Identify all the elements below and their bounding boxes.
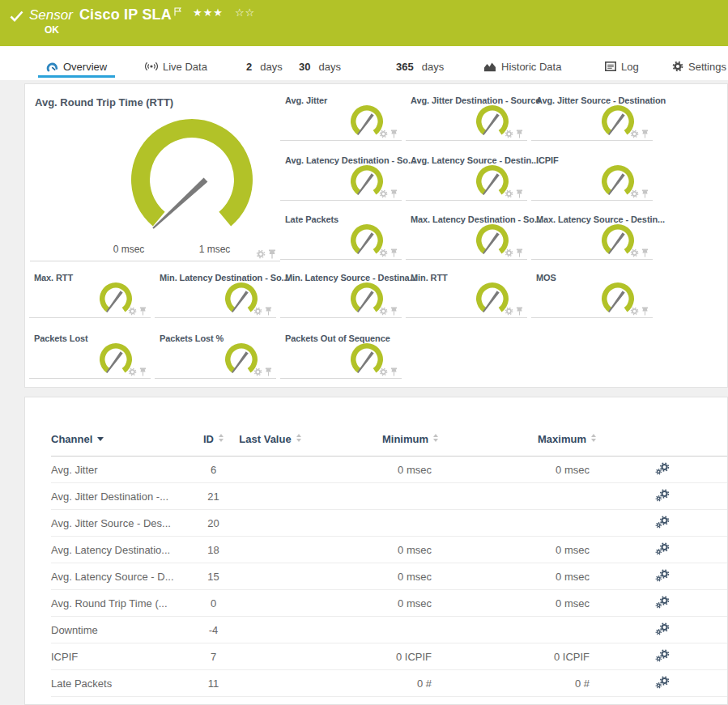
pin-icon[interactable] [265, 367, 272, 376]
gear-icon[interactable] [504, 130, 513, 138]
rating-stars-filled[interactable]: ★★★ [193, 6, 224, 19]
gear-icon[interactable] [630, 189, 639, 198]
gear-icon[interactable] [379, 307, 388, 316]
gauge-cell: Max. RTT [29, 269, 151, 318]
gear-icon[interactable] [256, 249, 266, 259]
gauge-cell: Avg. Latency Source - Destin... [406, 151, 527, 201]
channel-name: ICPIF [51, 643, 191, 670]
channel-last-value [236, 670, 304, 697]
edit-channel-gears-icon[interactable] [655, 462, 670, 475]
rating-stars-empty[interactable]: ☆☆ [235, 6, 255, 19]
pin-icon[interactable] [641, 307, 649, 316]
pin-icon[interactable] [641, 189, 649, 198]
area-chart-icon [483, 62, 496, 72]
gear-icon[interactable] [504, 189, 513, 198]
gear-icon[interactable] [630, 130, 639, 138]
column-header-id[interactable]: ID [191, 397, 236, 457]
gauge-cell: Late Packets [280, 210, 402, 260]
gear-icon[interactable] [630, 248, 639, 257]
channel-min [304, 483, 438, 510]
column-header-last-value[interactable]: Last Value [236, 397, 304, 457]
tab-live-data[interactable]: Live Data [143, 55, 209, 78]
tab-historic-data[interactable]: Historic Data [482, 55, 563, 78]
channel-min: 0 msec [304, 537, 438, 563]
log-icon [605, 62, 616, 71]
edit-channel-gears-icon[interactable] [655, 542, 670, 555]
sensor-header: Sensor Cisco IP SLA ★★★ ☆☆ OK [0, 0, 728, 46]
channel-min: 0 # [304, 670, 438, 697]
gear-icon[interactable] [128, 307, 137, 316]
pin-icon[interactable] [390, 130, 398, 138]
pin-icon[interactable] [390, 248, 398, 257]
sort-icon [433, 434, 438, 442]
gauge-min-label: 0 msec [113, 244, 145, 255]
gear-icon[interactable] [630, 307, 639, 316]
gear-icon[interactable] [253, 307, 262, 316]
tab-label: Settings [688, 61, 726, 73]
pin-icon[interactable] [390, 307, 398, 316]
pin-icon[interactable] [268, 249, 276, 259]
pin-icon[interactable] [641, 248, 649, 257]
pin-icon[interactable] [390, 367, 398, 376]
gear-icon[interactable] [504, 307, 513, 316]
tab-label: 365 [396, 61, 414, 73]
gauge-title: MOS [536, 273, 556, 282]
channel-last-value [236, 590, 304, 617]
tab-2-days[interactable]: 2 days [245, 55, 284, 78]
table-row: Avg. Jitter60 msec0 msec [51, 457, 728, 483]
channel-min [304, 510, 438, 537]
gear-icon[interactable] [128, 367, 137, 376]
gear-icon[interactable] [379, 248, 388, 257]
channel-id: 15 [191, 563, 236, 590]
channel-id: 20 [191, 510, 236, 537]
gauge-icon [46, 62, 58, 72]
channel-min: 0 msec [304, 590, 438, 617]
tab-30-days[interactable]: 30 days [297, 55, 343, 78]
tab-log[interactable]: Log [603, 55, 641, 78]
channel-last-value [236, 643, 304, 670]
broadcast-icon [145, 62, 158, 71]
priority-flag-icon[interactable] [174, 7, 181, 16]
channel-max: 0 msec [438, 537, 596, 563]
column-header-maximum[interactable]: Maximum [438, 397, 596, 457]
tab-overview[interactable]: Overview [45, 55, 109, 78]
pin-icon[interactable] [516, 189, 523, 198]
gear-icon[interactable] [379, 367, 388, 376]
channel-max [438, 483, 596, 510]
pin-icon[interactable] [641, 130, 649, 138]
edit-channel-gears-icon[interactable] [655, 622, 670, 635]
tab-settings[interactable]: Settings [671, 55, 728, 78]
table-row: Avg. Latency Source - D...150 msec0 msec [51, 563, 728, 590]
sort-icon [591, 434, 596, 442]
pin-icon[interactable] [265, 307, 272, 316]
check-icon [10, 11, 23, 22]
tab-label: Log [621, 61, 639, 73]
status-badge: OK [45, 24, 59, 36]
gauge-title: Min. RTT [411, 273, 448, 282]
object-type-label: Sensor [29, 7, 73, 23]
column-header-channel[interactable]: Channel [51, 397, 191, 457]
column-header-minimum[interactable]: Minimum [304, 397, 438, 457]
channels-panel: Channel ID Last Value Minimum Maximum Av… [24, 397, 728, 705]
gear-icon[interactable] [379, 189, 388, 198]
pin-icon[interactable] [516, 130, 523, 138]
pin-icon[interactable] [390, 189, 398, 198]
pin-icon[interactable] [516, 307, 523, 316]
gear-icon[interactable] [379, 130, 388, 138]
gear-icon[interactable] [253, 367, 262, 376]
channel-max: 0 # [438, 670, 596, 697]
edit-channel-gears-icon[interactable] [655, 489, 670, 502]
edit-channel-gears-icon[interactable] [655, 676, 670, 689]
pin-icon[interactable] [139, 367, 147, 376]
channel-last-value [236, 483, 304, 510]
edit-channel-gears-icon[interactable] [655, 516, 670, 529]
gauge-cell: Min. Latency Source - Destina... [280, 269, 402, 318]
pin-icon[interactable] [139, 307, 147, 316]
edit-channel-gears-icon[interactable] [655, 649, 670, 662]
pin-icon[interactable] [516, 248, 523, 257]
edit-channel-gears-icon[interactable] [655, 596, 670, 609]
gear-icon[interactable] [504, 248, 513, 257]
channel-name: Downtime [51, 617, 191, 643]
tab-365-days[interactable]: 365 days [394, 55, 445, 78]
edit-channel-gears-icon[interactable] [655, 569, 670, 582]
